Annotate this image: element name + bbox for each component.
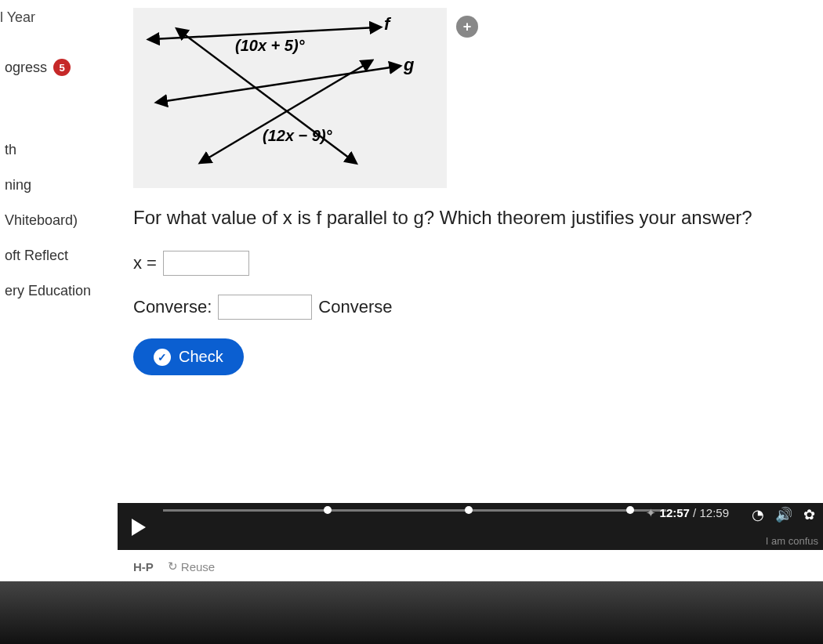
sidebar-progress-label: ogress <box>5 60 47 76</box>
converse-answer-row: Converse: Converse <box>133 295 815 320</box>
sidebar-item-label: oft Reflect <box>5 248 68 264</box>
sidebar-item-education[interactable]: ery Education <box>0 273 118 309</box>
converse-input[interactable] <box>218 295 312 320</box>
video-marker-icon[interactable] <box>324 506 332 514</box>
converse-suffix: Converse <box>318 297 392 317</box>
plus-icon: + <box>463 19 472 35</box>
settings-icon[interactable]: ✿ <box>803 506 815 523</box>
video-controls: ◔ 🔊 ✿ <box>752 506 815 523</box>
sidebar-item-whiteboard[interactable]: Vhiteboard) <box>0 203 118 238</box>
confused-link[interactable]: I am confus <box>766 535 818 547</box>
hp-label: H-P <box>133 560 154 573</box>
reuse-label: Reuse <box>181 560 215 573</box>
video-player-bar: ✦ 12:57 / 12:59 ◔ 🔊 ✿ I am confus <box>118 503 823 550</box>
video-total-time: 12:59 <box>699 506 729 519</box>
video-time: ✦ 12:57 / 12:59 <box>646 506 729 520</box>
video-marker-icon[interactable] <box>465 506 473 514</box>
desk-surface <box>0 581 823 644</box>
video-progress-track[interactable] <box>163 509 666 512</box>
check-icon: ✓ <box>154 349 171 366</box>
speed-icon[interactable]: ◔ <box>752 506 764 523</box>
x-answer-row: x = <box>133 251 815 276</box>
sidebar-item-label: ning <box>5 177 31 194</box>
sidebar-item-label: th <box>5 142 16 158</box>
sidebar: l Year ogress 5 th ning Vhiteboard) oft … <box>0 0 118 644</box>
sidebar-item-reflect[interactable]: oft Reflect <box>0 238 118 273</box>
check-button-label: Check <box>179 348 223 366</box>
sidebar-item-progress[interactable]: ogress 5 <box>0 49 118 85</box>
zoom-in-icon[interactable]: + <box>456 16 478 38</box>
volume-icon[interactable]: 🔊 <box>775 506 792 523</box>
svg-line-1 <box>161 67 396 102</box>
video-marker-icon[interactable] <box>626 506 634 514</box>
sidebar-item-label: Vhiteboard) <box>5 212 78 229</box>
play-icon[interactable] <box>132 519 146 536</box>
sidebar-item-ning[interactable]: ning <box>0 168 118 203</box>
video-current-time: 12:57 <box>660 506 690 519</box>
sidebar-item-label: ery Education <box>5 283 91 299</box>
svg-line-3 <box>204 63 368 161</box>
question-text: For what value of x is f parallel to g? … <box>133 207 815 229</box>
x-label: x = <box>133 253 157 273</box>
angle-bottom-label: (12x − 9)° <box>263 127 333 144</box>
angle-top-label: (10x + 5)° <box>235 37 306 54</box>
below-video-bar: H-P ↻ Reuse <box>133 559 215 573</box>
progress-badge: 5 <box>53 59 71 76</box>
reuse-icon: ↻ <box>168 559 178 573</box>
x-input[interactable] <box>163 251 249 276</box>
sidebar-year-label: l Year <box>0 6 118 49</box>
reuse-button[interactable]: ↻ Reuse <box>168 559 215 573</box>
geometry-diagram: (10x + 5)° (12x − 9)° f g + <box>133 8 447 188</box>
line-f-label: f <box>384 14 392 34</box>
line-g-label: g <box>403 55 415 74</box>
converse-label: Converse: <box>133 297 212 317</box>
sidebar-item-th[interactable]: th <box>0 132 118 168</box>
check-button[interactable]: ✓ Check <box>133 338 244 375</box>
